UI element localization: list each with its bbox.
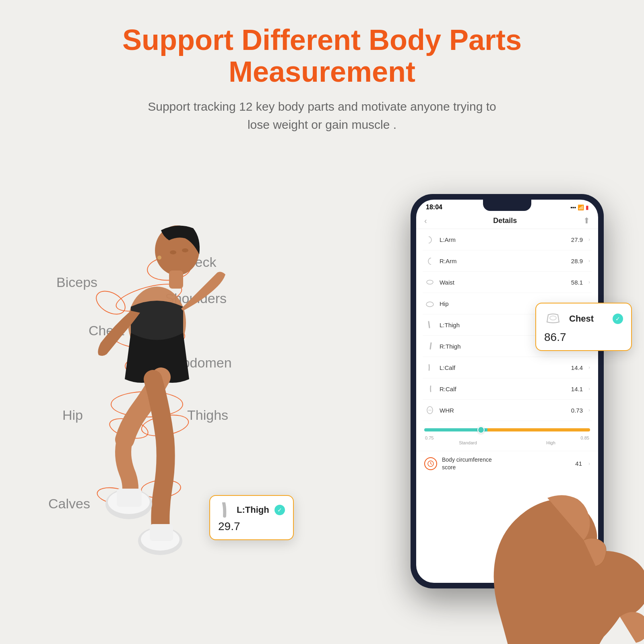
phone-mockup: 18:04 ▪▪▪ 📶 ▮ ‹ Details ⬆: [394, 162, 620, 625]
svg-point-10: [182, 248, 188, 252]
rarm-value: 28.9: [571, 258, 583, 264]
status-icons: ▪▪▪ 📶 ▮: [570, 204, 588, 211]
wifi-icon: 📶: [578, 204, 584, 211]
measurement-item-lcalf: L:Calf 14.4 ›: [423, 357, 592, 378]
svg-rect-8: [150, 524, 173, 541]
chest-check-icon: ✓: [613, 314, 623, 324]
runner-figure: [32, 150, 306, 644]
rthigh-icon: [424, 341, 436, 352]
rarm-chevron: ›: [588, 258, 590, 264]
svg-rect-2: [169, 270, 183, 289]
phone-notch: [483, 200, 531, 211]
thigh-icon: [218, 502, 233, 518]
score-sublabel: score: [442, 464, 456, 471]
lcalf-value: 14.4: [571, 364, 583, 371]
popup-chest-header: Chest ✓: [544, 310, 623, 328]
main-content: Biceps Neck Shoulders Chest Abdomen Hip …: [0, 142, 644, 644]
rcalf-value: 14.1: [571, 386, 583, 392]
page-title: Support Different Body Parts Measurement: [40, 24, 604, 88]
measurement-item-rcalf: R:Calf 14.1 ›: [423, 378, 592, 400]
whr-label: WHR: [440, 407, 567, 414]
slider-low: 0.75: [425, 436, 433, 440]
whr-value: 0.73: [571, 407, 583, 414]
measurement-item-waist: Waist 58.1 ›: [423, 272, 592, 293]
hand-svg: [467, 440, 644, 644]
export-button[interactable]: ⬆: [583, 216, 590, 225]
lcalf-label: L:Calf: [440, 364, 567, 371]
chest-popup-value: 86.7: [544, 331, 623, 344]
back-button[interactable]: ‹: [424, 216, 427, 225]
svg-point-13: [426, 302, 433, 307]
runner-container: Biceps Neck Shoulders Chest Abdomen Hip …: [32, 150, 322, 644]
lcalf-chevron: ›: [588, 365, 590, 370]
popup-chest: Chest ✓ 86.7: [535, 303, 632, 351]
measurement-item-whr: WHR 0.73 ›: [423, 400, 592, 421]
whr-icon: [424, 405, 436, 416]
rarm-icon: [424, 255, 436, 266]
svg-point-12: [427, 280, 433, 284]
lcalf-icon: [424, 362, 436, 373]
waist-value: 58.1: [571, 279, 583, 286]
waist-label: Waist: [440, 279, 567, 286]
thigh-popup-value: 29.7: [218, 520, 285, 533]
app-header: ‹ Details ⬆: [416, 213, 598, 229]
chest-popup-title: Chest: [569, 314, 594, 324]
larm-label: L:Arm: [440, 236, 567, 243]
larm-value: 27.9: [571, 236, 583, 243]
chest-icon: [544, 310, 562, 328]
signal-icon: ▪▪▪: [570, 204, 576, 211]
popup-thigh-header: L:Thigh ✓: [218, 502, 285, 518]
popup-thigh: L:Thigh ✓ 29.7: [209, 495, 294, 540]
svg-rect-7: [117, 489, 142, 507]
svg-point-19: [550, 316, 556, 320]
status-time: 18:04: [426, 204, 442, 211]
slider-thumb[interactable]: [477, 426, 485, 433]
measurement-item-larm: L:Arm 27.9 ›: [423, 229, 592, 250]
hip-icon: [424, 298, 436, 309]
rcalf-chevron: ›: [588, 386, 590, 392]
thigh-popup-title: L:Thigh: [237, 505, 269, 515]
measurement-item-rarm: R:Arm 28.9 ›: [423, 250, 592, 272]
score-icon: [424, 457, 437, 470]
whr-chevron: ›: [588, 407, 590, 413]
rcalf-icon: [424, 383, 436, 394]
rarm-label: R:Arm: [440, 258, 567, 264]
lthigh-icon: [424, 319, 436, 330]
thigh-check-icon: ✓: [275, 505, 285, 515]
rcalf-label: R:Calf: [440, 386, 567, 392]
screen-title: Details: [493, 217, 517, 225]
waist-icon: [424, 277, 436, 288]
svg-point-11: [157, 256, 161, 260]
svg-point-9: [170, 250, 176, 254]
battery-icon: ▮: [586, 204, 588, 211]
larm-icon: [424, 234, 436, 245]
larm-chevron: ›: [588, 237, 590, 242]
header-section: Support Different Body Parts Measurement…: [0, 0, 644, 142]
waist-chevron: ›: [588, 279, 590, 285]
svg-line-18: [431, 464, 432, 464]
page-subtitle: Support tracking 12 key body parts and m…: [40, 97, 604, 134]
